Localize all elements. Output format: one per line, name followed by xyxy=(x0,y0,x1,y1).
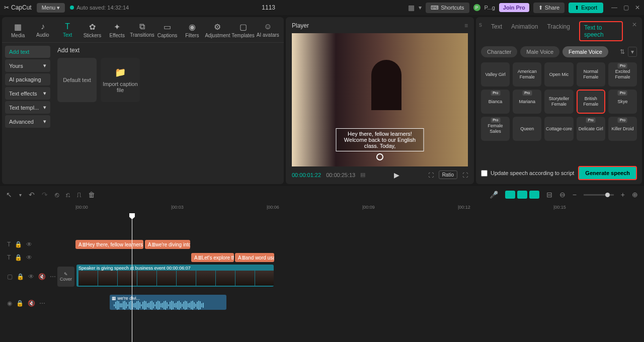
ratio-button[interactable]: Ratio xyxy=(439,170,457,179)
asset-tab-text[interactable]: TText xyxy=(56,20,79,42)
list-icon[interactable]: ▤ xyxy=(360,172,365,178)
voice-delicate-girl[interactable]: ProDelicate Girl xyxy=(577,117,605,141)
join-pro-button[interactable]: Join Pro xyxy=(499,3,529,12)
eye-icon[interactable]: 👁 xyxy=(26,241,32,248)
text-clip[interactable]: A≣ we're diving into xyxy=(145,240,190,249)
text-clip[interactable]: A≣ Hey there, fellow learners! V xyxy=(75,240,143,249)
cover-button[interactable]: ✎Cover xyxy=(57,267,74,287)
layout-chevron-icon[interactable]: ▾ xyxy=(419,4,422,11)
redo-icon[interactable]: ↷ xyxy=(42,191,48,199)
voice-british-female[interactable]: British Female xyxy=(577,90,605,114)
asset-tab-effects[interactable]: ✦Effects xyxy=(105,20,129,42)
align-icon[interactable]: ⊟ xyxy=(546,191,552,199)
zoom-out-icon[interactable]: ⊖ xyxy=(559,191,566,199)
filter-male[interactable]: Male Voice xyxy=(520,46,559,57)
sidebar-text-effects[interactable]: Text effects▾ xyxy=(5,87,50,100)
mute-icon[interactable]: 🔇 xyxy=(38,273,46,280)
voice-storyteller-female[interactable]: Storyteller Female xyxy=(544,90,573,114)
sidebar-text-templates[interactable]: Text templ...▾ xyxy=(5,101,50,114)
more-icon[interactable]: ⋯ xyxy=(39,300,45,307)
shortcuts-button[interactable]: ⌨Shortcuts xyxy=(426,3,469,13)
playhead[interactable] xyxy=(132,213,132,342)
checkbox-input[interactable] xyxy=(481,170,488,177)
tab-text-to-speech[interactable]: Text to speech xyxy=(579,21,623,41)
filter-character[interactable]: Character xyxy=(481,46,517,57)
sidebar-advanced[interactable]: Advanced▾ xyxy=(5,115,50,128)
text-clip[interactable]: A≣ Let's explore th xyxy=(191,253,234,262)
voice-american-female[interactable]: American Female xyxy=(513,62,541,87)
voice-valley-girl[interactable]: Valley Girl xyxy=(481,62,510,87)
video-clip[interactable]: Speaker is giving speech at business eve… xyxy=(76,265,274,287)
text-clip[interactable]: A≣ and word usa xyxy=(235,253,274,262)
default-text-card[interactable]: Default text xyxy=(57,58,97,102)
import-caption-card[interactable]: 📁 Import caption file xyxy=(101,58,140,102)
zoom-minus-icon[interactable]: − xyxy=(573,191,577,199)
asset-tab-audio[interactable]: ♪Audio xyxy=(31,20,54,42)
sidebar-yours[interactable]: Yours▾ xyxy=(5,59,50,72)
lock-icon[interactable]: 🔒 xyxy=(16,300,24,307)
asset-tab-stickers[interactable]: ✿Stickers xyxy=(80,20,104,42)
voice-bianca[interactable]: ProBianca xyxy=(481,90,510,114)
dropdown-icon[interactable]: ▾ xyxy=(628,47,637,57)
asset-tab-captions[interactable]: ▭Captions xyxy=(155,20,179,42)
menu-button[interactable]: Menu ▾ xyxy=(37,3,65,13)
sidebar-ai-packaging[interactable]: AI packaging xyxy=(5,73,50,86)
user-avatar[interactable]: P xyxy=(473,4,480,11)
mic-icon[interactable]: 🎤 xyxy=(490,191,498,199)
lock-icon[interactable]: 🔒 xyxy=(15,241,22,248)
play-button[interactable]: ▶ xyxy=(394,171,399,179)
rotate-handle-icon[interactable] xyxy=(376,153,383,160)
maximize-icon[interactable]: ▢ xyxy=(623,4,629,11)
sidebar-add-text[interactable]: Add text xyxy=(5,46,50,58)
voice-female-sales[interactable]: ProFemale Sales xyxy=(481,117,510,141)
close-tab-icon[interactable]: ✕ xyxy=(632,21,637,41)
asset-tab-adjustment[interactable]: ⚙Adjustment xyxy=(205,20,230,42)
magnet-icon[interactable] xyxy=(529,191,539,199)
fullscreen-icon[interactable]: ⛶ xyxy=(462,172,468,178)
update-speech-checkbox[interactable]: Update speech according to script xyxy=(481,170,574,177)
audio-clip[interactable]: ▦ we're divi... xyxy=(110,295,226,310)
subtitle-overlay[interactable]: Hey there, fellow learners! Welcome back… xyxy=(336,128,424,151)
zoom-slider[interactable] xyxy=(584,194,614,196)
tab-tracking[interactable]: Tracking xyxy=(547,21,570,41)
split-icon[interactable]: ⎋ xyxy=(55,191,59,199)
zoom-plus-icon[interactable]: + xyxy=(621,191,625,199)
mute-icon[interactable]: 🔇 xyxy=(28,300,35,307)
menu-icon[interactable]: ≡ xyxy=(464,22,468,29)
crop-icon[interactable]: ⛶ xyxy=(428,172,434,178)
tab-scroll-left[interactable]: s xyxy=(479,21,482,41)
eye-icon[interactable]: 👁 xyxy=(26,254,32,261)
asset-tab-ai-avatars[interactable]: ☺AI avatars xyxy=(256,20,280,42)
asset-tab-transitions[interactable]: ⧉Transitions xyxy=(130,20,154,42)
video-preview[interactable]: Hey there, fellow learners! Welcome back… xyxy=(292,33,468,166)
filter-female[interactable]: Female Voice xyxy=(562,46,608,57)
close-icon[interactable]: ✕ xyxy=(635,4,640,11)
timeline-ruler[interactable]: |00:00|00:03|00:06|00:09|00:12|00:15 xyxy=(0,203,644,213)
voice-open-mic[interactable]: Open Mic xyxy=(544,62,573,87)
asset-tab-media[interactable]: ▦Media xyxy=(6,20,30,42)
asset-tab-filters[interactable]: ◉Filters xyxy=(180,20,204,42)
undo-icon[interactable]: ↶ xyxy=(29,191,35,199)
voice-skye[interactable]: ProSkye xyxy=(608,90,637,114)
export-button[interactable]: ⬆Export xyxy=(569,3,603,13)
share-button[interactable]: ⬆Share xyxy=(533,3,565,13)
tab-text[interactable]: Text xyxy=(491,21,502,41)
asset-tab-templates[interactable]: ▢Templates xyxy=(231,20,255,42)
voice-normal-female[interactable]: Normal Female xyxy=(577,62,605,87)
pointer-icon[interactable]: ↖ xyxy=(6,191,12,199)
magnet-icon[interactable] xyxy=(517,191,527,199)
minimize-icon[interactable]: — xyxy=(611,4,617,11)
voice-mariana[interactable]: ProMariana xyxy=(513,90,541,114)
magnet-icon[interactable] xyxy=(505,191,515,199)
voice-excited-female[interactable]: ProExcited Female xyxy=(608,62,637,87)
sort-icon[interactable]: ⇅ xyxy=(620,48,625,55)
voice-cottage-core[interactable]: Cottage-core xyxy=(544,117,573,141)
voice-killer-droid[interactable]: ProKiller Droid xyxy=(608,117,637,141)
generate-speech-button[interactable]: Generate speech xyxy=(578,166,637,180)
split-left-icon[interactable]: ⎌ xyxy=(66,191,70,199)
more-icon[interactable]: ⋯ xyxy=(50,273,56,280)
tab-animation[interactable]: Animation xyxy=(511,21,538,41)
layout-icon[interactable]: ▦ xyxy=(408,4,415,12)
lock-icon[interactable]: 🔒 xyxy=(15,254,22,261)
eye-icon[interactable]: 👁 xyxy=(28,273,34,280)
